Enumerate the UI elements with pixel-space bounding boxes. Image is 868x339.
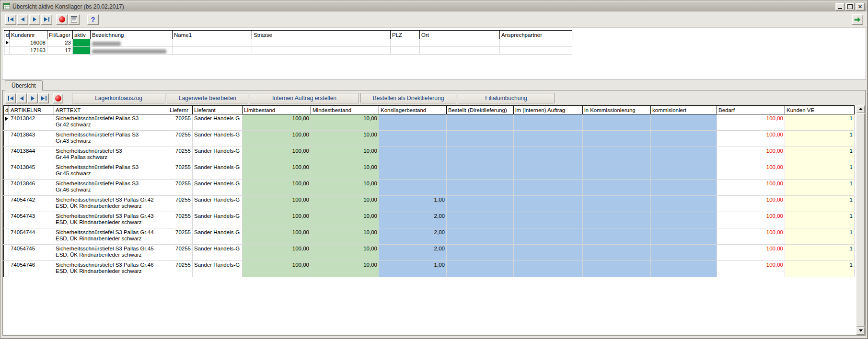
cell-konsilagerbestand: 2,00 [379, 245, 447, 261]
cell-konsilagerbestand: 1,00 [379, 196, 447, 212]
cell-limitbestand: 100,00 [243, 245, 311, 261]
grid-nav-previous-button[interactable] [16, 93, 27, 103]
nav-first-button[interactable] [5, 14, 16, 25]
scroll-up-button[interactable] [856, 105, 865, 113]
cell-konsilagerbestand [379, 114, 447, 131]
nav-next-icon [30, 96, 36, 101]
article-row[interactable]: 74054746Sicherheitsschnürstiefel S3 Pall… [4, 261, 855, 277]
nav-previous-icon [19, 96, 25, 101]
article-row[interactable]: 74013843Sicherheitsschnürstiefel Pallas … [4, 131, 855, 147]
cell-arttext: Sicherheitsschnürstiefel Pallas S3 Gr.45… [54, 163, 168, 180]
cell-sel [4, 131, 9, 147]
internen-auftrag-erstellen-button[interactable]: Internen Auftrag erstellen [250, 93, 359, 103]
nav-last-icon [41, 96, 47, 101]
cell-lieferant: Sander Handels-G [193, 163, 243, 180]
col-artikelnr: ARTIKELNR [9, 106, 54, 114]
cell-arttext: Sicherheitsschnürstiefel Pallas S3 Gr.43… [54, 131, 168, 147]
article-row[interactable]: 74013846Sicherheitsschnürstiefel Pallas … [4, 180, 855, 196]
cell-liefernr: 70255 [168, 180, 193, 196]
cell-bestellt [447, 114, 514, 131]
bestellen-als-direktlieferung-button[interactable]: Bestellen als Direktlieferung [360, 93, 456, 103]
customer-row[interactable]: 1716317 [4, 47, 572, 55]
header-row: dARTIKELNRARTTEXTLiefernrLieferantLimitb… [4, 106, 855, 114]
article-row[interactable]: 74054743Sicherheitsschnürstiefel S3 Pall… [4, 212, 855, 228]
cell-sel [4, 114, 9, 131]
article-grid-area: dARTIKELNRARTTEXTLiefernrLieferantLimitb… [3, 105, 856, 335]
titlebar[interactable]: Übersicht aktive Konsilager (bs 20.02.20… [1, 1, 867, 12]
cell-konsilagerbestand [379, 131, 447, 147]
article-row[interactable]: 74013845Sicherheitsschnürstiefel Pallas … [4, 163, 855, 180]
vertical-scrollbar[interactable] [856, 105, 865, 335]
grid-refresh-button[interactable] [53, 93, 63, 103]
article-row[interactable]: 74054745Sicherheitsschnürstiefel S3 Pall… [4, 245, 855, 261]
row-indicator [5, 117, 8, 121]
cell-kunden_ve: 1 [785, 196, 855, 212]
cell-in_kommissionierung [583, 114, 651, 131]
col-lieferant: Lieferant [193, 106, 243, 114]
cell-strasse [252, 47, 391, 55]
minimize-button[interactable] [835, 3, 845, 11]
col-bedarf: Bedarf [717, 106, 785, 114]
cell-artikelnr: 74013844 [9, 147, 54, 163]
cell-mindestbestand: 10,00 [311, 212, 379, 228]
article-row[interactable]: 74013844Sicherheitsschnürstiefel S3 Gr.4… [4, 147, 855, 163]
cell-lieferant: Sander Handels-G [193, 261, 243, 277]
cell-bedarf: 100,00 [717, 114, 785, 131]
nav-last-button[interactable] [41, 14, 52, 25]
col-ort: Ort [420, 31, 500, 39]
cell-in_kommissionierung [583, 228, 651, 245]
maximize-icon [847, 4, 853, 9]
exit-button[interactable] [852, 14, 863, 25]
cell-im_auftrag [514, 180, 583, 196]
cell-lieferant: Sander Handels-G [193, 131, 243, 147]
grid-nav-next-button[interactable] [27, 93, 38, 103]
cell-in_kommissionierung [583, 147, 651, 163]
lagerwerte-bearbeiten-button[interactable]: Lagerwerte bearbeiten [167, 93, 248, 103]
nav-next-button[interactable] [29, 14, 40, 25]
cell-artikelnr: 74013842 [9, 114, 54, 131]
cell-artikelnr: 74054742 [9, 196, 54, 212]
cell-sel [4, 47, 10, 55]
scroll-thumb[interactable] [856, 113, 865, 327]
cell-in_kommissionierung [583, 180, 651, 196]
tab-uebersicht[interactable]: Übersicht [5, 80, 43, 90]
article-row[interactable]: 74054744Sicherheitsschnürstiefel S3 Pall… [4, 228, 855, 245]
cell-im_auftrag [514, 196, 583, 212]
cell-limitbestand: 100,00 [243, 261, 311, 277]
cell-sel [4, 39, 10, 47]
col-kunden_ve: Kunden VE [785, 106, 855, 114]
arrow-up-icon [859, 108, 863, 110]
col-ansprechpartner: Ansprechpartner [500, 31, 572, 39]
scroll-down-button[interactable] [856, 327, 865, 335]
cell-bestellt [447, 212, 514, 228]
cell-im_auftrag [514, 131, 583, 147]
cell-artikelnr: 74013845 [9, 163, 54, 180]
refresh-button[interactable] [56, 14, 68, 25]
filialumbuchung-button[interactable]: Filialumbuchung [458, 93, 555, 103]
grid-nav-first-button[interactable] [5, 93, 16, 103]
article-row[interactable]: 74054742Sicherheitsschnürstiefel S3 Pall… [4, 196, 855, 212]
calculator-button[interactable] [68, 14, 80, 25]
cell-sel [4, 212, 9, 228]
help-button[interactable]: ? [87, 14, 99, 25]
nav-previous-button[interactable] [17, 14, 28, 25]
cell-in_kommissionierung [583, 245, 651, 261]
lagerkontoauszug-button[interactable]: Lagerkontoauszug [72, 93, 165, 103]
maximize-button[interactable] [845, 3, 855, 11]
cell-liefernr: 70255 [168, 163, 193, 180]
detail-panel: Lagerkontoauszug Lagerwerte bearbeiten I… [2, 90, 866, 336]
article-row[interactable]: 74013842Sicherheitsschnürstiefel Pallas … [4, 114, 855, 131]
cell-mindestbestand: 10,00 [311, 180, 379, 196]
window-title: Übersicht aktive Konsilager (bs 20.02.20… [12, 3, 124, 10]
cell-arttext: Sicherheitsschnürstiefel Pallas S3 Gr.46… [54, 180, 168, 196]
close-button[interactable]: × [856, 3, 865, 11]
cell-mindestbestand: 10,00 [311, 114, 379, 131]
col-mindestbestand: Mindestbestand [311, 106, 379, 114]
col-arttext: ARTTEXT [54, 106, 168, 114]
minimize-icon [838, 8, 842, 9]
cell-kunden_ve: 1 [785, 245, 855, 261]
col-aktiv: aktiv [73, 31, 91, 39]
col-strasse: Strasse [252, 31, 391, 39]
customer-row[interactable]: 1600823 [4, 39, 572, 47]
grid-nav-last-button[interactable] [38, 93, 49, 103]
